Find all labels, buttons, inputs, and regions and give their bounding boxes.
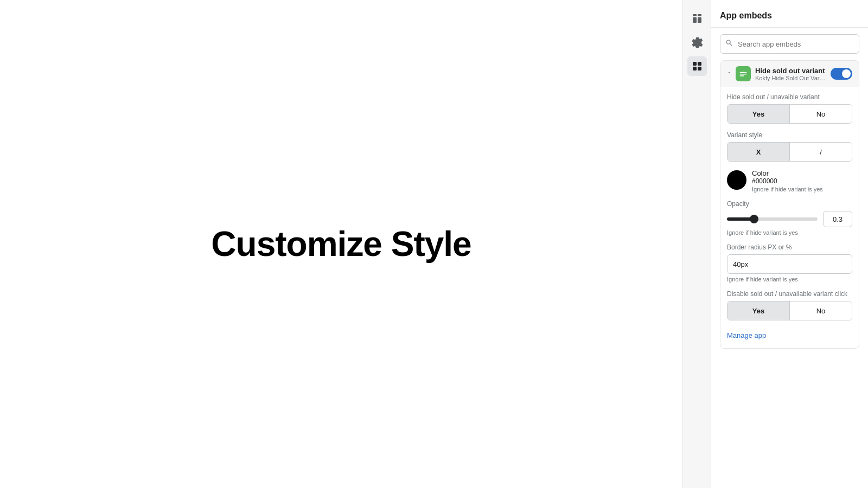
- opacity-label: Opacity: [727, 200, 852, 208]
- svg-rect-8: [740, 72, 747, 73]
- border-radius-hint: Ignore if hide variant is yes: [727, 276, 852, 282]
- search-input[interactable]: [720, 34, 859, 54]
- panel-header: App embeds: [711, 0, 868, 28]
- disable-click-btn-group: Yes No: [727, 301, 852, 320]
- variant-x-button[interactable]: X: [727, 143, 789, 161]
- svg-rect-0: [693, 14, 697, 16]
- hide-yes-button[interactable]: Yes: [727, 105, 789, 123]
- layout-icon: [692, 13, 703, 24]
- svg-rect-7: [698, 67, 701, 70]
- hide-sold-out-setting: Hide sold out / unavaible variant Yes No: [727, 93, 852, 124]
- search-wrapper: [720, 34, 859, 54]
- hide-setting-label: Hide sold out / unavaible variant: [727, 93, 852, 101]
- border-radius-input[interactable]: [727, 254, 852, 274]
- color-row: Color #000000 Ignore if hide variant is …: [727, 169, 852, 192]
- disable-no-button[interactable]: No: [790, 301, 852, 320]
- svg-rect-2: [693, 17, 697, 23]
- variant-style-label: Variant style: [727, 131, 852, 139]
- layout-icon-button[interactable]: [687, 9, 707, 28]
- embed-item-header: ⌃ Hide sold out variant Kokfy Hide Sold …: [720, 61, 859, 87]
- embed-item-info: Hide sold out variant Kokfy Hide Sold Ou…: [755, 67, 826, 81]
- expand-icon[interactable]: ⌃: [727, 71, 731, 77]
- opacity-value-display: 0.3: [823, 211, 852, 227]
- svg-rect-9: [740, 74, 747, 75]
- svg-rect-6: [693, 67, 697, 70]
- page-title: Customize Style: [211, 224, 471, 264]
- color-note: Ignore if hide variant is yes: [752, 186, 823, 192]
- gear-icon: [692, 37, 703, 48]
- color-swatch[interactable]: [727, 170, 746, 190]
- settings-section: Hide sold out / unavaible variant Yes No…: [720, 87, 859, 327]
- variant-slash-button[interactable]: /: [790, 143, 852, 161]
- svg-rect-5: [698, 62, 701, 66]
- panel-body: ⌃ Hide sold out variant Kokfy Hide Sold …: [711, 28, 868, 488]
- sidebar-container: App embeds ⌃: [682, 0, 868, 488]
- opacity-row: 0.3: [727, 211, 852, 227]
- main-content-area: Customize Style: [0, 0, 682, 488]
- border-radius-label: Border radius PX or %: [727, 243, 852, 251]
- opacity-hint: Ignore if hide variant is yes: [727, 229, 852, 236]
- hide-variant-btn-group: Yes No: [727, 104, 852, 124]
- settings-icon-button[interactable]: [687, 33, 707, 52]
- svg-rect-4: [693, 62, 697, 66]
- apps-icon: [692, 61, 703, 72]
- hide-no-button[interactable]: No: [790, 105, 852, 123]
- disable-click-setting: Disable sold out / unavailable variant c…: [727, 290, 852, 320]
- disable-click-label: Disable sold out / unavailable variant c…: [727, 290, 852, 298]
- embed-item: ⌃ Hide sold out variant Kokfy Hide Sold …: [720, 60, 859, 349]
- svg-rect-1: [698, 14, 701, 16]
- panel-title: App embeds: [720, 11, 772, 20]
- svg-rect-10: [740, 75, 744, 76]
- opacity-slider-track: [727, 217, 818, 221]
- variant-style-setting: Variant style X /: [727, 131, 852, 162]
- variant-style-btn-group: X /: [727, 142, 852, 162]
- embed-item-subtitle: Kokfy Hide Sold Out Varia...: [755, 75, 826, 81]
- svg-rect-3: [698, 17, 701, 23]
- color-setting: Color #000000 Ignore if hide variant is …: [727, 169, 852, 192]
- apps-icon-button[interactable]: [687, 56, 707, 76]
- app-embeds-panel: App embeds ⌃: [711, 0, 868, 488]
- manage-app-link[interactable]: Manage app: [720, 327, 859, 348]
- search-icon: [725, 39, 733, 49]
- icon-rail: [682, 0, 711, 488]
- opacity-setting: Opacity 0.3 Ignore if hide variant is ye…: [727, 200, 852, 236]
- border-radius-setting: Border radius PX or % Ignore if hide var…: [727, 243, 852, 282]
- embed-item-name: Hide sold out variant: [755, 67, 826, 75]
- color-hex-value: #000000: [752, 177, 823, 185]
- color-info: Color #000000 Ignore if hide variant is …: [752, 169, 823, 192]
- embed-toggle[interactable]: [831, 68, 852, 80]
- disable-yes-button[interactable]: Yes: [727, 301, 789, 320]
- color-label: Color: [752, 169, 823, 177]
- app-icon: [736, 66, 751, 81]
